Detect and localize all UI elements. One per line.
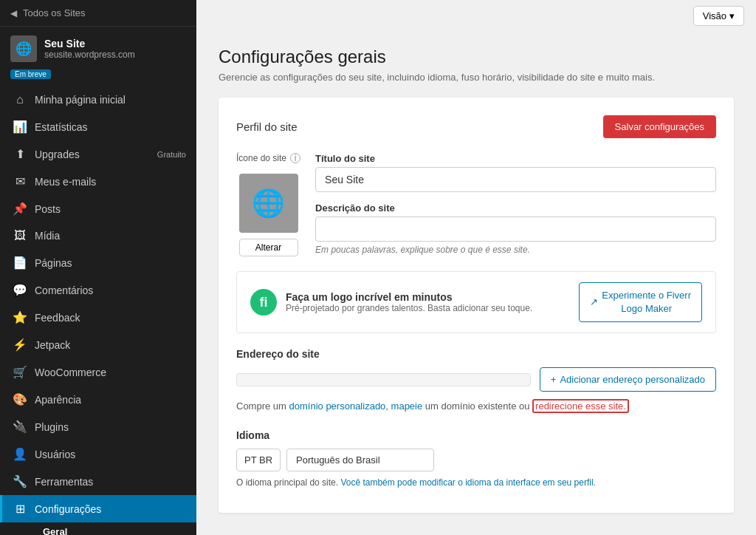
visao-label: Visão [703, 10, 726, 21]
sidebar-item-posts[interactable]: 📌 Posts [0, 195, 196, 222]
sidebar-item-woocommerce[interactable]: 🛒 WooCommerce [0, 358, 196, 386]
back-arrow-icon: ◀ [10, 8, 17, 18]
site-desc-group: Descrição do site Em poucas palavras, ex… [315, 202, 716, 255]
sidebar-item-appearance[interactable]: 🎨 Aparência [0, 386, 196, 413]
sidebar-item-settings[interactable]: ⊞ Configurações [0, 495, 196, 522]
fiverr-banner: fi Faça um logo incrível em minutos Pré-… [236, 271, 716, 333]
media-icon: 🖼 [13, 229, 27, 242]
plugins-icon: 🔌 [13, 420, 27, 434]
content-area: Configurações gerais Gerencie as configu… [196, 32, 756, 535]
main-content: Visão ▾ Configurações gerais Gerencie as… [196, 0, 756, 535]
sidebar-item-label: Posts [35, 203, 186, 215]
site-title-input[interactable] [315, 167, 716, 192]
site-url: seusite.wordpress.com [44, 50, 135, 60]
woocommerce-icon: 🛒 [13, 365, 27, 379]
fiverr-button-label: Experimente o FiverrLogo Maker [602, 289, 691, 316]
upgrades-badge: Gratuito [157, 150, 186, 159]
sidebar-item-label: Usuários [35, 449, 186, 460]
fiverr-text: Faça um logo incrível em minutos Pré-pro… [286, 291, 532, 313]
site-name-block: Seu Site seusite.wordpress.com [44, 38, 135, 60]
idioma-code: PT BR [236, 449, 281, 471]
sidebar-item-plugins[interactable]: 🔌 Plugins [0, 413, 196, 440]
sidebar-item-home[interactable]: ⌂ Minha página inicial [0, 86, 196, 113]
tools-icon: 🔧 [13, 474, 27, 488]
link-custom-domain[interactable]: domínio personalizado [289, 401, 386, 412]
users-icon: 👤 [13, 447, 27, 461]
icon-title-row: Ícone do site i 🌐 Alterar Título do site… [236, 153, 716, 256]
settings-card: Perfil do site Salvar configurações Ícon… [219, 98, 734, 513]
site-icon-label: Ícone do site [236, 153, 286, 163]
home-icon: ⌂ [13, 93, 27, 106]
sidebar-item-label: Mídia [35, 230, 186, 242]
pages-icon: 📄 [13, 256, 27, 270]
address-links: Compre um domínio personalizado, mapeie … [236, 399, 716, 415]
card-header: Perfil do site Salvar configurações [236, 115, 716, 138]
comments-icon: 💬 [13, 283, 27, 297]
appearance-icon: 🎨 [13, 392, 27, 406]
site-info: 🌐 Seu Site seusite.wordpress.com [0, 27, 196, 67]
top-bar: Visão ▾ [196, 0, 756, 32]
sidebar-item-label: Minha página inicial [35, 94, 186, 106]
sidebar-item-label: Configurações [35, 503, 186, 515]
sidebar-item-label: Comentários [35, 284, 186, 296]
settings-sub-nav: Geral Escrita [0, 522, 196, 535]
page-title: Configurações gerais [219, 47, 734, 67]
fiverr-subtitle: Pré-projetado por grandes talentos. Bast… [286, 303, 532, 313]
sidebar-item-email[interactable]: ✉ Meus e-mails [0, 168, 196, 195]
settings-icon: ⊞ [13, 502, 27, 516]
sidebar-item-label: Páginas [35, 257, 186, 269]
sidebar-item-upgrades[interactable]: ⬆ Upgrades Gratuito [0, 140, 196, 168]
site-avatar: 🌐 [10, 35, 37, 62]
sidebar-item-pages[interactable]: 📄 Páginas [0, 249, 196, 276]
add-address-label: Adicionar endereço personalizado [560, 374, 705, 385]
sidebar-item-label: Feedback [35, 312, 186, 324]
idioma-row: PT BR Português do Brasil [236, 449, 716, 471]
em-breve-badge: Em breve [10, 69, 51, 79]
sidebar-item-tools[interactable]: 🔧 Ferramentas [0, 468, 196, 495]
save-config-button[interactable]: Salvar configurações [603, 115, 716, 138]
sidebar-item-stats[interactable]: 📊 Estatísticas [0, 113, 196, 140]
address-row: + Adicionar endereço personalizado [236, 367, 716, 392]
add-address-button[interactable]: + Adicionar endereço personalizado [540, 367, 716, 392]
link-modify-interface[interactable]: Você também pode modificar o idioma da i… [340, 477, 596, 488]
site-desc-input[interactable] [315, 217, 716, 242]
sidebar-item-label: Meus e-mails [35, 176, 186, 188]
sidebar-item-media[interactable]: 🖼 Mídia [0, 222, 196, 249]
all-sites-label: Todos os Sites [23, 7, 86, 18]
link-redirect-site[interactable]: redirecione esse site. [532, 399, 629, 413]
stats-icon: 📊 [13, 120, 27, 134]
fiverr-left: fi Faça um logo incrível em minutos Pré-… [250, 289, 532, 316]
visao-button[interactable]: Visão ▾ [693, 6, 744, 26]
fiverr-button[interactable]: ↗ Experimente o FiverrLogo Maker [579, 282, 702, 322]
fiverr-icon: fi [250, 289, 277, 316]
idioma-section-title: Idioma [236, 429, 716, 441]
idioma-section: Idioma PT BR Português do Brasil O idiom… [236, 429, 716, 488]
sidebar-item-feedback[interactable]: ⭐ Feedback [0, 304, 196, 331]
sidebar-item-jetpack[interactable]: ⚡ Jetpack [0, 331, 196, 358]
all-sites-header[interactable]: ◀ Todos os Sites [0, 0, 196, 27]
plus-icon: + [551, 374, 557, 385]
info-icon: i [290, 153, 300, 163]
alterar-icon-button[interactable]: Alterar [239, 239, 298, 256]
sidebar-item-label: Estatísticas [35, 121, 186, 133]
site-desc-hint: Em poucas palavras, explique sobre o que… [315, 245, 716, 255]
title-desc-fields: Título do site Descrição do site Em pouc… [315, 153, 716, 256]
address-section-title: Endereço do site [236, 348, 716, 360]
sidebar-item-label: WooCommerce [35, 367, 186, 378]
sub-item-general[interactable]: Geral [32, 522, 196, 535]
site-name: Seu Site [44, 38, 135, 50]
site-desc-label: Descrição do site [315, 202, 716, 214]
sidebar-item-comments[interactable]: 💬 Comentários [0, 276, 196, 304]
sidebar-item-label: Aparência [35, 394, 186, 406]
sidebar-item-label: Upgrades [35, 149, 150, 160]
sidebar: ◀ Todos os Sites 🌐 Seu Site seusite.word… [0, 0, 196, 535]
sidebar-item-label: Jetpack [35, 339, 186, 351]
site-title-label: Título do site [315, 153, 716, 164]
sidebar-item-label: Plugins [35, 421, 186, 433]
link-map-domain[interactable]: mapeie [391, 401, 423, 412]
sidebar-item-label: Ferramentas [35, 476, 186, 488]
site-icon-preview: 🌐 [239, 174, 298, 233]
sidebar-item-users[interactable]: 👤 Usuários [0, 440, 196, 468]
jetpack-icon: ⚡ [13, 338, 27, 352]
address-input-display [236, 373, 531, 386]
